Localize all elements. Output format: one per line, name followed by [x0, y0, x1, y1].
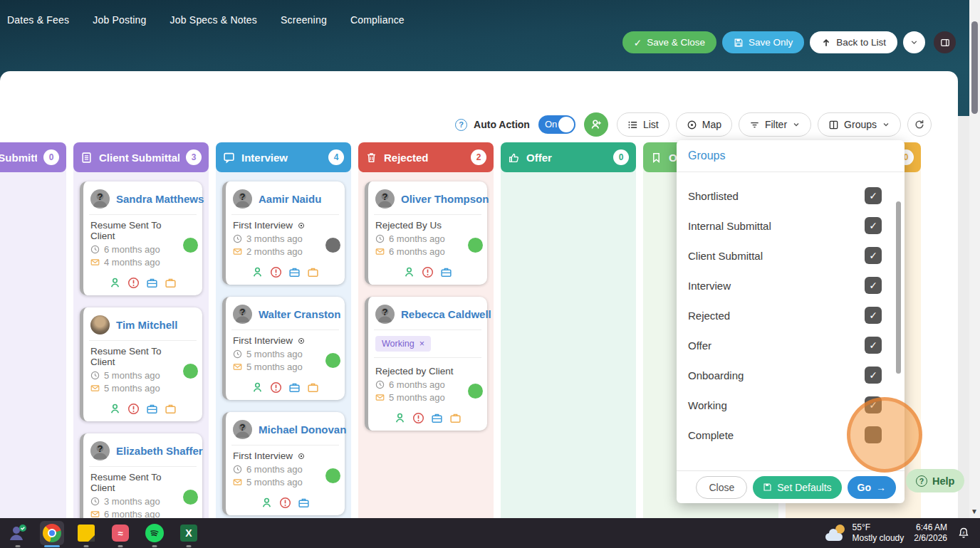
group-option-shortlisted[interactable]: Shortlisted ✓	[688, 181, 892, 211]
candidate-card[interactable]: ? Rebecca Caldwell Working× Rejected by …	[365, 297, 487, 431]
candidate-name-link[interactable]: Aamir Naidu	[259, 193, 321, 205]
candidate-name-link[interactable]: Michael Donovan	[259, 423, 346, 436]
taskbar-spotify-icon[interactable]	[142, 521, 167, 545]
checkbox[interactable]: ✓	[865, 217, 882, 234]
gear-icon[interactable]	[298, 338, 304, 344]
briefcase-blue-icon[interactable]	[146, 277, 158, 289]
briefcase-blue-icon[interactable]	[431, 412, 443, 424]
add-candidate-button[interactable]	[584, 112, 608, 137]
briefcase-orange-icon[interactable]	[449, 412, 462, 424]
candidate-name-link[interactable]: Walter Cranston	[259, 308, 340, 320]
group-option-internal-submittal[interactable]: Internal Submittal ✓	[688, 211, 892, 241]
group-option-onboarding[interactable]: Onboarding ✓	[688, 360, 892, 390]
user-icon	[590, 118, 603, 131]
checkbox[interactable]: ✓	[865, 247, 882, 264]
contact-icon[interactable]	[251, 381, 264, 394]
briefcase-blue-icon[interactable]	[288, 266, 301, 278]
column-header[interactable]: Rejected 2	[358, 142, 494, 172]
set-defaults-button[interactable]: Set Defaults	[753, 476, 841, 499]
taskbar-notes-icon[interactable]	[74, 521, 98, 545]
groups-button[interactable]: Groups	[818, 112, 901, 137]
checkbox[interactable]: ✓	[865, 277, 882, 294]
close-button[interactable]: Close	[696, 476, 747, 499]
contact-icon[interactable]	[394, 412, 406, 424]
taskbar-clock[interactable]: 6:46 AM 2/6/2026	[914, 522, 947, 544]
taskbar-weather[interactable]: 55°F Mostly cloudy	[825, 522, 905, 544]
nav-job-specs[interactable]: Job Specs & Notes	[170, 14, 257, 26]
panel-scrollbar-thumb[interactable]	[896, 201, 901, 374]
list-view-button[interactable]: List	[617, 112, 669, 137]
contact-icon[interactable]	[261, 497, 273, 509]
notification-bell-icon[interactable]: z	[957, 527, 970, 539]
candidate-card[interactable]: ? Oliver Thompson Rejected By Us 6 month…	[365, 181, 487, 285]
panel-toggle-button[interactable]	[934, 31, 956, 53]
briefcase-orange-icon[interactable]	[307, 266, 319, 278]
briefcase-blue-icon[interactable]	[298, 497, 310, 509]
column-header[interactable]: Offer 0	[501, 142, 636, 172]
auto-action-help-icon[interactable]: ?	[455, 119, 467, 131]
nav-compliance[interactable]: Compliance	[350, 14, 405, 26]
gear-icon[interactable]	[298, 453, 304, 459]
briefcase-orange-icon[interactable]	[165, 403, 177, 415]
group-option-client-submittal[interactable]: Client Submittal ✓	[688, 241, 892, 270]
page-scrollbar[interactable]: ▼	[969, 0, 980, 518]
group-option-interview[interactable]: Interview ✓	[688, 270, 892, 300]
map-view-button[interactable]: Map	[676, 112, 732, 137]
candidate-card[interactable]: ? Aamir Naidu First Interview 3 months a…	[222, 181, 345, 285]
save-only-button[interactable]: Save Only	[722, 31, 804, 53]
contact-icon[interactable]	[109, 277, 121, 289]
more-actions-button[interactable]	[903, 31, 925, 53]
alert-icon[interactable]	[127, 403, 140, 415]
page-scrollbar-thumb[interactable]	[971, 21, 978, 114]
checkbox[interactable]: ✓	[865, 367, 882, 384]
nav-screening[interactable]: Screening	[281, 14, 327, 26]
nav-job-posting[interactable]: Job Posting	[93, 14, 146, 26]
nav-dates-fees[interactable]: Dates & Fees	[7, 14, 69, 26]
candidate-name-link[interactable]: Sandra Matthews	[116, 193, 204, 205]
candidate-card[interactable]: Tim Mitchell Resume Sent To Client 5 mon…	[80, 307, 202, 421]
candidate-name-link[interactable]: Tim Mitchell	[116, 319, 177, 331]
gear-icon[interactable]	[298, 223, 304, 228]
scroll-down-arrow[interactable]: ▼	[971, 507, 978, 515]
taskbar-teams-icon[interactable]	[6, 521, 30, 545]
contact-icon[interactable]	[251, 266, 264, 278]
candidate-name-link[interactable]: Rebecca Caldwell	[401, 308, 491, 320]
working-tag[interactable]: Working×	[375, 336, 431, 352]
candidate-card[interactable]: ? Walter Cranston First Interview 5 mont…	[222, 297, 345, 400]
taskbar-red-app-icon[interactable]: ≈	[108, 521, 132, 545]
candidate-card[interactable]: ? Sandra Matthews Resume Sent To Client …	[80, 181, 202, 295]
candidate-name-link[interactable]: Elizabeth Shaffer	[116, 445, 203, 457]
checkbox[interactable]: ✓	[865, 187, 882, 204]
checkbox[interactable]: ✓	[865, 337, 882, 354]
briefcase-orange-icon[interactable]	[307, 381, 319, 394]
group-option-offer[interactable]: Offer ✓	[688, 330, 892, 360]
column-header[interactable]: Internal Submittal 0	[0, 142, 66, 172]
briefcase-orange-icon[interactable]	[165, 277, 177, 289]
briefcase-blue-icon[interactable]	[440, 266, 452, 278]
save-close-button[interactable]: ✓Save & Close	[622, 31, 716, 53]
briefcase-blue-icon[interactable]	[288, 381, 301, 394]
alert-icon[interactable]	[270, 381, 282, 394]
taskbar-chrome-icon[interactable]	[40, 521, 64, 545]
contact-icon[interactable]	[109, 403, 121, 415]
group-option-rejected[interactable]: Rejected ✓	[688, 300, 892, 330]
help-button[interactable]: ? Help	[906, 469, 964, 492]
alert-icon[interactable]	[422, 266, 434, 278]
column-header[interactable]: Client Submittal 3	[73, 142, 209, 172]
alert-icon[interactable]	[412, 412, 424, 424]
taskbar-excel-icon[interactable]: X	[177, 521, 201, 545]
auto-action-toggle[interactable]: On	[538, 115, 575, 134]
candidate-name-link[interactable]: Oliver Thompson	[401, 193, 489, 205]
checkbox[interactable]: ✓	[865, 307, 882, 324]
column-header[interactable]: Interview 4	[216, 142, 351, 172]
alert-icon[interactable]	[127, 277, 140, 289]
go-button[interactable]: Go→	[848, 476, 896, 499]
contact-icon[interactable]	[403, 266, 415, 278]
alert-icon[interactable]	[270, 266, 282, 278]
filter-button[interactable]: Filter	[739, 112, 811, 137]
candidate-card[interactable]: ? Michael Donovan First Interview 6 mont…	[222, 412, 345, 515]
briefcase-blue-icon[interactable]	[146, 403, 158, 415]
refresh-button[interactable]	[907, 112, 932, 137]
back-to-list-button[interactable]: Back to List	[810, 31, 897, 53]
alert-icon[interactable]	[279, 497, 291, 509]
